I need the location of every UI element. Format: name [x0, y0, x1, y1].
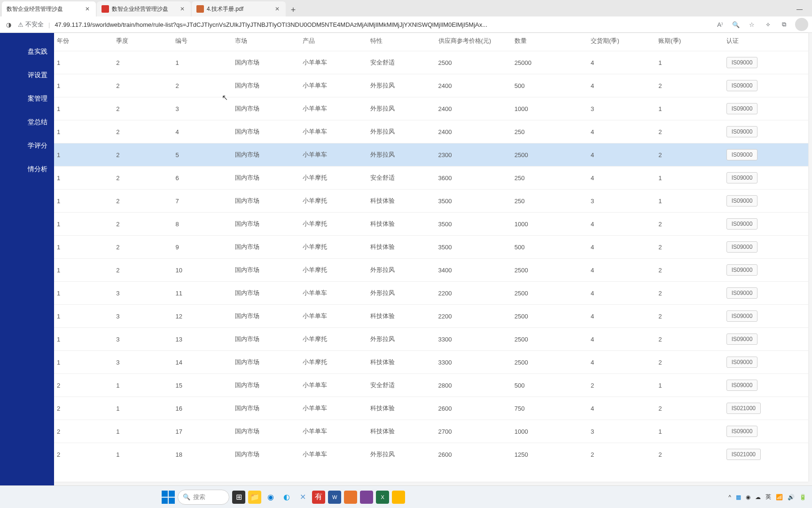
table-row[interactable]: 1312国内市场小羊单车科技体验2200250042IS09000 — [54, 305, 808, 328]
cert-button[interactable]: IS09000 — [726, 333, 758, 345]
cert-button[interactable]: IS09000 — [726, 218, 758, 230]
main-content[interactable]: 年份季度编号市场产品特性供应商参考价格(元)数量交货期(季)账期(季)认证 12… — [54, 33, 808, 482]
cert-button[interactable]: IS09000 — [726, 357, 758, 368]
cert-button[interactable]: IS09000 — [726, 287, 758, 299]
cert-button[interactable]: IS09000 — [726, 264, 758, 276]
column-header: 特性 — [367, 33, 435, 51]
table-row[interactable]: 122国内市场小羊单车外形拉风240050042IS09000 — [54, 74, 808, 97]
cert-button[interactable]: IS09000 — [726, 380, 758, 391]
cert-button[interactable]: IS09000 — [726, 426, 758, 437]
security-status[interactable]: ⚠ 不安全 — [18, 20, 44, 29]
table-row[interactable]: 123国内市场小羊单车外形拉风2400100031IS09000 — [54, 97, 808, 120]
column-header: 编号 — [172, 33, 232, 51]
column-header: 产品 — [300, 33, 367, 51]
app-icon — [102, 5, 109, 13]
tab-title: 数智企业经营管理沙盘 — [7, 5, 84, 13]
cert-button[interactable]: IS09000 — [726, 80, 758, 91]
column-header: 供应商参考价格(元) — [436, 33, 512, 51]
close-icon[interactable]: ✕ — [179, 5, 186, 13]
address-bar: ◑ ⚠ 不安全 | 47.99.117.19/sworldweb/train/h… — [0, 16, 812, 33]
close-icon[interactable]: ✕ — [84, 5, 91, 13]
table-row[interactable]: 124国内市场小羊单车外形拉风240025042IS09000 — [54, 120, 808, 143]
cert-button[interactable]: IS09000 — [726, 310, 758, 322]
tab-title: 数智企业经营管理沙盘 — [112, 5, 179, 13]
zoom-icon[interactable]: 🔍 — [731, 20, 741, 29]
cert-button[interactable]: IS021000 — [726, 403, 761, 414]
sidebar-item-score[interactable]: 学评分 — [0, 134, 54, 158]
cert-button[interactable]: IS09000 — [726, 172, 758, 183]
column-header: 认证 — [724, 33, 808, 51]
table-row[interactable]: 126国内市场小羊摩托安全舒适360025041IS09000 — [54, 167, 808, 190]
cert-button[interactable]: IS09000 — [726, 57, 758, 68]
url-text[interactable]: 47.99.117.19/sworldweb/train/home/rule-l… — [55, 21, 710, 28]
sidebar-item-practice[interactable]: 盘实践 — [0, 40, 54, 64]
tab-1[interactable]: 数智企业经营管理沙盘 ✕ — [2, 1, 96, 16]
table-row[interactable]: 1313国内市场小羊摩托外形拉风3300250042IS09000 — [54, 328, 808, 351]
shield-icon[interactable]: ◑ — [4, 20, 13, 29]
new-tab-button[interactable]: + — [287, 3, 300, 16]
data-table: 年份季度编号市场产品特性供应商参考价格(元)数量交货期(季)账期(季)认证 12… — [54, 33, 808, 466]
cert-button[interactable]: IS09000 — [726, 241, 758, 253]
table-row[interactable]: 1314国内市场小羊摩托科技体验3300250042IS09000 — [54, 351, 808, 374]
table-row[interactable]: 1210国内市场小羊摩托外形拉风3400250042IS09000 — [54, 259, 808, 282]
warning-icon: ⚠ — [18, 21, 23, 28]
tab-3[interactable]: 4.技术手册.pdf ✕ — [192, 1, 286, 16]
sidebar: 盘实践 评设置 案管理 堂总结 学评分 情分析 — [0, 33, 54, 485]
table-row[interactable]: 2118国内市场小羊单车外形拉风2600125022IS021000 — [54, 443, 808, 466]
read-aloud-icon[interactable]: A⁾ — [715, 20, 725, 29]
sidebar-item-eval-settings[interactable]: 评设置 — [0, 64, 54, 87]
column-header: 数量 — [512, 33, 588, 51]
column-header: 账期(季) — [656, 33, 723, 51]
table-row[interactable]: 2115国内市场小羊单车安全舒适280050021IS09000 — [54, 374, 808, 397]
profile-icon[interactable] — [795, 18, 808, 31]
column-header: 市场 — [232, 33, 300, 51]
column-header: 季度 — [113, 33, 172, 51]
table-row[interactable]: 129国内市场小羊摩托科技体验350050042IS09000 — [54, 236, 808, 259]
cert-button[interactable]: IS021000 — [726, 449, 761, 460]
table-row[interactable]: 2117国内市场小羊单车科技体验2700100031IS09000 — [54, 420, 808, 443]
close-icon[interactable]: ✕ — [273, 5, 281, 13]
collections-icon[interactable]: ⧉ — [779, 20, 789, 29]
table-row[interactable]: 2116国内市场小羊单车科技体验260075042IS021000 — [54, 397, 808, 420]
favorites-icon[interactable]: ✧ — [763, 20, 773, 29]
pdf-icon — [196, 5, 204, 13]
sidebar-item-analysis[interactable]: 情分析 — [0, 158, 54, 181]
table-row[interactable]: 121国内市场小羊单车安全舒适25002500041IS09000 — [54, 51, 808, 74]
table-row[interactable]: 1311国内市场小羊单车外形拉风2200250042IS09000 — [54, 282, 808, 305]
star-icon[interactable]: ☆ — [747, 20, 757, 29]
sidebar-item-case-mgmt[interactable]: 案管理 — [0, 87, 54, 111]
sidebar-item-summary[interactable]: 堂总结 — [0, 111, 54, 134]
column-header: 交货期(季) — [588, 33, 656, 51]
minimize-button[interactable]: — — [789, 1, 810, 16]
cert-button[interactable]: IS09000 — [726, 195, 758, 206]
column-header: 年份 — [54, 33, 113, 51]
cert-button[interactable]: IS09000 — [726, 103, 758, 114]
tab-2[interactable]: 数智企业经营管理沙盘 ✕ — [97, 1, 191, 16]
cert-button[interactable]: IS09000 — [726, 149, 758, 160]
table-row[interactable]: 125国内市场小羊单车外形拉风2300250042IS09000 — [54, 143, 808, 167]
browser-tab-strip: 数智企业经营管理沙盘 ✕ 数智企业经营管理沙盘 ✕ 4.技术手册.pdf ✕ +… — [0, 0, 812, 16]
cert-button[interactable]: IS09000 — [726, 126, 758, 137]
table-row[interactable]: 127国内市场小羊摩托科技体验350025031IS09000 — [54, 190, 808, 213]
table-row[interactable]: 128国内市场小羊摩托科技体验3500100042IS09000 — [54, 213, 808, 236]
tab-title: 4.技术手册.pdf — [207, 5, 273, 13]
